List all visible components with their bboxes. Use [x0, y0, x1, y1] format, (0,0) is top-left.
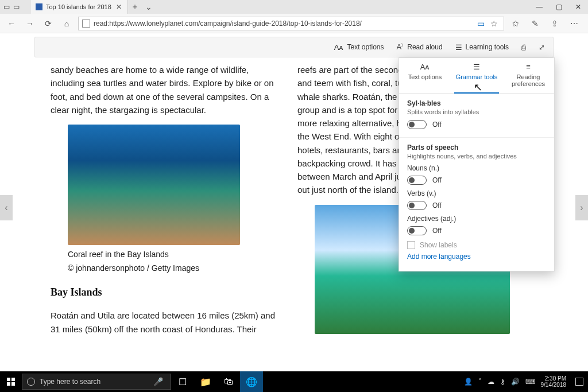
grammar-tools-icon: ☰	[452, 63, 501, 71]
browser-navbar: ← → ⟳ ⌂ read:https://www.lonelyplanet.co…	[0, 14, 588, 33]
search-placeholder: Type here to search	[40, 378, 100, 386]
tabs-overflow-button[interactable]: ⌄	[142, 2, 156, 11]
svg-rect-1	[11, 378, 15, 381]
verbs-label: Verbs (v.)	[407, 189, 546, 197]
people-icon[interactable]: 👤	[464, 378, 473, 386]
volume-icon[interactable]: 🔊	[511, 378, 520, 386]
favorites-icon[interactable]: ✩	[509, 17, 523, 30]
start-button[interactable]	[0, 371, 22, 392]
taskbar-clock[interactable]: 2:30 PM 9/14/2018	[541, 375, 567, 388]
clock-time: 2:30 PM	[541, 375, 567, 382]
syllables-state: Off	[432, 121, 442, 129]
mic-icon[interactable]: 🎤	[150, 377, 166, 386]
show-labels-checkbox[interactable]	[407, 241, 415, 249]
learning-tools-icon: ☰	[455, 43, 462, 52]
text-options-icon: Aᴀ	[400, 63, 450, 71]
action-center-icon[interactable]	[575, 378, 583, 386]
add-languages-link[interactable]: Add more languages	[407, 253, 546, 261]
reading-view-toolbar: Aᴀ Text options A⟯ Read aloud ☰ Learning…	[34, 37, 554, 57]
store-taskbar-icon[interactable]: 🛍	[217, 371, 240, 392]
svg-rect-2	[7, 382, 10, 386]
image-caption: Coral reef in the Bay Islands	[68, 249, 280, 261]
titlebar-left-icons: ▭ ▭	[0, 3, 31, 11]
share-icon[interactable]: ⇪	[548, 17, 562, 30]
adjectives-toggle[interactable]	[407, 226, 427, 235]
more-menu-icon[interactable]: ⋯	[567, 17, 581, 30]
read-aloud-icon: A⟯	[397, 42, 404, 51]
lt-tab-label: Grammar tools	[456, 73, 498, 80]
web-notes-icon[interactable]: ✎	[528, 17, 542, 30]
article-content: sandy beaches are home to a wide range o…	[0, 57, 588, 364]
clock-date: 9/14/2018	[541, 382, 567, 388]
syllables-desc: Splits words into syllables	[407, 108, 546, 115]
nav-back-button[interactable]: ←	[5, 17, 18, 30]
window-controls: — ▢ ✕	[529, 3, 588, 11]
file-explorer-taskbar-icon[interactable]: 📁	[194, 371, 217, 392]
svg-rect-3	[11, 382, 15, 386]
svg-rect-0	[7, 378, 10, 381]
tab-title: Top 10 islands for 2018	[46, 3, 111, 10]
favorite-star-icon[interactable]: ☆	[490, 19, 498, 28]
url-text: read:https://www.lonelyplanet.com/campai…	[94, 20, 362, 28]
new-tab-button[interactable]: ＋	[128, 2, 142, 12]
browser-tab-active[interactable]: Top 10 islands for 2018 ✕	[31, 0, 128, 14]
section-heading: Bay Islands	[51, 285, 280, 301]
read-aloud-button[interactable]: A⟯ Read aloud	[397, 42, 443, 51]
reading-preferences-icon: ≡	[504, 63, 553, 71]
article-paragraph: sandy beaches are home to a wide range o…	[51, 63, 280, 117]
nouns-toggle[interactable]	[407, 176, 427, 185]
system-tray: 👤 ˄ ☁ ⚷ 🔊 ⌨ 2:30 PM 9/14/2018	[464, 375, 589, 388]
lt-tab-reading-preferences[interactable]: ≡ Reading preferences	[502, 58, 554, 93]
lt-tab-text-options[interactable]: Aᴀ Text options	[399, 58, 451, 93]
nav-home-button[interactable]: ⌂	[60, 17, 74, 30]
reading-view-icon	[82, 20, 90, 28]
edge-taskbar-icon[interactable]: 🌐	[240, 371, 263, 392]
task-view-button[interactable]: ☐	[171, 371, 194, 392]
text-options-label: Text options	[347, 43, 384, 51]
image-credit: © johnandersonphoto / Getty Images	[68, 262, 280, 275]
nav-refresh-button[interactable]: ⟳	[41, 17, 55, 30]
syllables-toggle[interactable]	[407, 120, 427, 129]
window-maximize-button[interactable]: ▢	[549, 3, 568, 11]
window-minimize-button[interactable]: —	[529, 3, 549, 11]
cortana-icon	[27, 378, 35, 386]
text-options-icon: Aᴀ	[334, 43, 344, 52]
show-labels-text: Show labels	[420, 241, 457, 249]
app-group-icon-2[interactable]: ▭	[13, 3, 20, 11]
favicon-icon	[36, 3, 42, 10]
print-icon[interactable]: ⎙	[521, 43, 526, 52]
parts-of-speech-title: Parts of speech	[407, 143, 546, 152]
read-aloud-label: Read aloud	[407, 43, 442, 51]
tray-up-icon[interactable]: ˄	[478, 378, 482, 386]
window-titlebar: ▭ ▭ Top 10 islands for 2018 ✕ ＋ ⌄ — ▢ ✕	[0, 0, 588, 14]
window-close-button[interactable]: ✕	[568, 3, 588, 11]
onedrive-icon[interactable]: ☁	[488, 378, 494, 386]
adjectives-state: Off	[432, 227, 442, 235]
address-bar[interactable]: read:https://www.lonelyplanet.com/campai…	[78, 17, 504, 30]
lt-tab-label: Text options	[408, 73, 442, 80]
article-paragraph: Roatán and Utila are located between 16 …	[51, 309, 280, 336]
keyboard-icon[interactable]: ⌨	[525, 378, 535, 386]
windows-taskbar: Type here to search 🎤 ☐ 📁 🛍 🌐 👤 ˄ ☁ ⚷ 🔊 …	[0, 371, 588, 392]
text-options-button[interactable]: Aᴀ Text options	[334, 43, 384, 52]
lt-tab-grammar-tools[interactable]: ☰ Grammar tools	[451, 58, 502, 93]
lt-tab-label: Reading preferences	[512, 73, 545, 87]
network-icon[interactable]: ⚷	[500, 378, 505, 386]
learning-tools-button[interactable]: ☰ Learning tools	[455, 43, 509, 52]
nouns-state: Off	[432, 176, 442, 184]
reading-list-icon[interactable]: ▭	[477, 19, 485, 28]
parts-of-speech-desc: Highlights nouns, verbs, and adjectives	[407, 153, 546, 160]
taskbar-search-box[interactable]: Type here to search 🎤	[22, 374, 171, 390]
nav-forward-button[interactable]: →	[23, 17, 37, 30]
adjectives-label: Adjectives (adj.)	[407, 215, 546, 223]
article-image-coral-reef	[68, 125, 240, 245]
verbs-state: Off	[432, 201, 442, 209]
fullscreen-icon[interactable]: ⤢	[539, 43, 545, 52]
verbs-toggle[interactable]	[407, 201, 427, 210]
learning-tools-panel: Aᴀ Text options ☰ Grammar tools ≡ Readin…	[399, 57, 555, 271]
windows-logo-icon	[7, 378, 15, 386]
tab-close-button[interactable]: ✕	[115, 3, 123, 11]
app-group-icon[interactable]: ▭	[3, 3, 10, 11]
syllables-title: Syl·la·bles	[407, 99, 546, 107]
learning-tools-label: Learning tools	[466, 43, 509, 51]
